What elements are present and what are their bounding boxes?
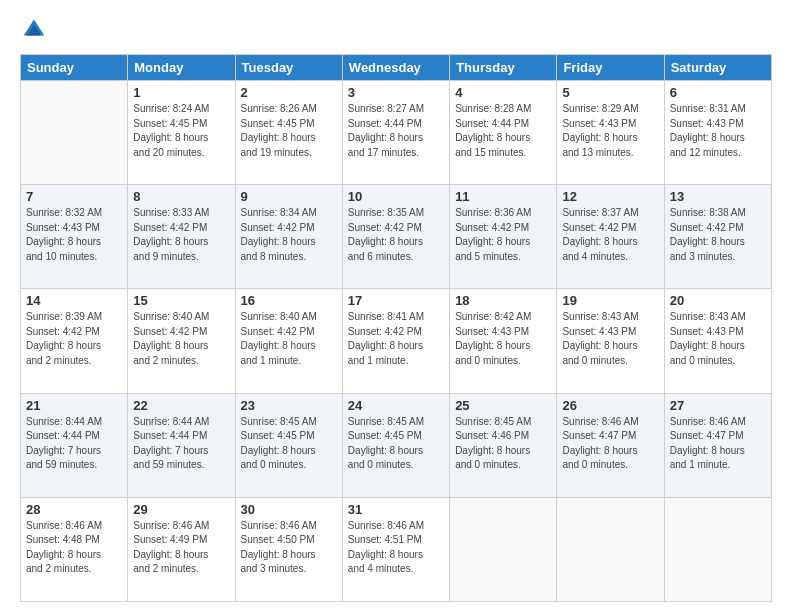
calendar-cell: 20Sunrise: 8:43 AM Sunset: 4:43 PM Dayli…	[664, 289, 771, 393]
day-number: 12	[562, 189, 658, 204]
day-number: 30	[241, 502, 337, 517]
day-number: 1	[133, 85, 229, 100]
calendar-cell: 16Sunrise: 8:40 AM Sunset: 4:42 PM Dayli…	[235, 289, 342, 393]
logo	[20, 18, 46, 46]
calendar-cell: 30Sunrise: 8:46 AM Sunset: 4:50 PM Dayli…	[235, 497, 342, 601]
day-number: 13	[670, 189, 766, 204]
calendar-header-monday: Monday	[128, 55, 235, 81]
calendar-cell	[450, 497, 557, 601]
calendar-cell: 31Sunrise: 8:46 AM Sunset: 4:51 PM Dayli…	[342, 497, 449, 601]
calendar-cell	[21, 81, 128, 185]
day-number: 10	[348, 189, 444, 204]
day-number: 4	[455, 85, 551, 100]
calendar-cell: 18Sunrise: 8:42 AM Sunset: 4:43 PM Dayli…	[450, 289, 557, 393]
calendar-cell: 17Sunrise: 8:41 AM Sunset: 4:42 PM Dayli…	[342, 289, 449, 393]
day-number: 16	[241, 293, 337, 308]
day-number: 17	[348, 293, 444, 308]
day-detail: Sunrise: 8:40 AM Sunset: 4:42 PM Dayligh…	[241, 310, 337, 368]
day-detail: Sunrise: 8:46 AM Sunset: 4:50 PM Dayligh…	[241, 519, 337, 577]
day-detail: Sunrise: 8:45 AM Sunset: 4:45 PM Dayligh…	[348, 415, 444, 473]
day-number: 18	[455, 293, 551, 308]
day-number: 11	[455, 189, 551, 204]
day-number: 21	[26, 398, 122, 413]
day-number: 19	[562, 293, 658, 308]
page: SundayMondayTuesdayWednesdayThursdayFrid…	[0, 0, 792, 612]
day-number: 9	[241, 189, 337, 204]
day-number: 26	[562, 398, 658, 413]
calendar-cell: 6Sunrise: 8:31 AM Sunset: 4:43 PM Daylig…	[664, 81, 771, 185]
day-number: 22	[133, 398, 229, 413]
day-detail: Sunrise: 8:46 AM Sunset: 4:51 PM Dayligh…	[348, 519, 444, 577]
calendar-cell: 25Sunrise: 8:45 AM Sunset: 4:46 PM Dayli…	[450, 393, 557, 497]
calendar-cell: 23Sunrise: 8:45 AM Sunset: 4:45 PM Dayli…	[235, 393, 342, 497]
day-number: 5	[562, 85, 658, 100]
calendar-cell: 19Sunrise: 8:43 AM Sunset: 4:43 PM Dayli…	[557, 289, 664, 393]
calendar-cell	[557, 497, 664, 601]
day-number: 20	[670, 293, 766, 308]
calendar-cell: 14Sunrise: 8:39 AM Sunset: 4:42 PM Dayli…	[21, 289, 128, 393]
logo-icon	[22, 18, 46, 42]
day-detail: Sunrise: 8:26 AM Sunset: 4:45 PM Dayligh…	[241, 102, 337, 160]
day-number: 24	[348, 398, 444, 413]
day-detail: Sunrise: 8:44 AM Sunset: 4:44 PM Dayligh…	[133, 415, 229, 473]
day-detail: Sunrise: 8:38 AM Sunset: 4:42 PM Dayligh…	[670, 206, 766, 264]
day-detail: Sunrise: 8:35 AM Sunset: 4:42 PM Dayligh…	[348, 206, 444, 264]
calendar-cell: 4Sunrise: 8:28 AM Sunset: 4:44 PM Daylig…	[450, 81, 557, 185]
calendar-header-wednesday: Wednesday	[342, 55, 449, 81]
day-detail: Sunrise: 8:32 AM Sunset: 4:43 PM Dayligh…	[26, 206, 122, 264]
day-number: 31	[348, 502, 444, 517]
day-detail: Sunrise: 8:29 AM Sunset: 4:43 PM Dayligh…	[562, 102, 658, 160]
day-detail: Sunrise: 8:45 AM Sunset: 4:45 PM Dayligh…	[241, 415, 337, 473]
calendar-cell: 28Sunrise: 8:46 AM Sunset: 4:48 PM Dayli…	[21, 497, 128, 601]
calendar-header-thursday: Thursday	[450, 55, 557, 81]
day-number: 15	[133, 293, 229, 308]
day-detail: Sunrise: 8:46 AM Sunset: 4:48 PM Dayligh…	[26, 519, 122, 577]
calendar-cell: 1Sunrise: 8:24 AM Sunset: 4:45 PM Daylig…	[128, 81, 235, 185]
calendar-cell: 22Sunrise: 8:44 AM Sunset: 4:44 PM Dayli…	[128, 393, 235, 497]
calendar-cell	[664, 497, 771, 601]
day-detail: Sunrise: 8:45 AM Sunset: 4:46 PM Dayligh…	[455, 415, 551, 473]
day-number: 23	[241, 398, 337, 413]
day-number: 6	[670, 85, 766, 100]
calendar: SundayMondayTuesdayWednesdayThursdayFrid…	[20, 54, 772, 602]
day-detail: Sunrise: 8:46 AM Sunset: 4:47 PM Dayligh…	[670, 415, 766, 473]
day-detail: Sunrise: 8:37 AM Sunset: 4:42 PM Dayligh…	[562, 206, 658, 264]
calendar-cell: 8Sunrise: 8:33 AM Sunset: 4:42 PM Daylig…	[128, 185, 235, 289]
day-number: 3	[348, 85, 444, 100]
day-number: 27	[670, 398, 766, 413]
day-detail: Sunrise: 8:24 AM Sunset: 4:45 PM Dayligh…	[133, 102, 229, 160]
calendar-header-row: SundayMondayTuesdayWednesdayThursdayFrid…	[21, 55, 772, 81]
day-detail: Sunrise: 8:33 AM Sunset: 4:42 PM Dayligh…	[133, 206, 229, 264]
calendar-cell: 2Sunrise: 8:26 AM Sunset: 4:45 PM Daylig…	[235, 81, 342, 185]
calendar-header-saturday: Saturday	[664, 55, 771, 81]
calendar-cell: 21Sunrise: 8:44 AM Sunset: 4:44 PM Dayli…	[21, 393, 128, 497]
day-detail: Sunrise: 8:28 AM Sunset: 4:44 PM Dayligh…	[455, 102, 551, 160]
calendar-cell: 13Sunrise: 8:38 AM Sunset: 4:42 PM Dayli…	[664, 185, 771, 289]
day-detail: Sunrise: 8:39 AM Sunset: 4:42 PM Dayligh…	[26, 310, 122, 368]
day-number: 29	[133, 502, 229, 517]
calendar-cell: 15Sunrise: 8:40 AM Sunset: 4:42 PM Dayli…	[128, 289, 235, 393]
day-detail: Sunrise: 8:46 AM Sunset: 4:49 PM Dayligh…	[133, 519, 229, 577]
day-detail: Sunrise: 8:31 AM Sunset: 4:43 PM Dayligh…	[670, 102, 766, 160]
calendar-cell: 5Sunrise: 8:29 AM Sunset: 4:43 PM Daylig…	[557, 81, 664, 185]
calendar-cell: 29Sunrise: 8:46 AM Sunset: 4:49 PM Dayli…	[128, 497, 235, 601]
calendar-header-tuesday: Tuesday	[235, 55, 342, 81]
calendar-cell: 7Sunrise: 8:32 AM Sunset: 4:43 PM Daylig…	[21, 185, 128, 289]
day-number: 28	[26, 502, 122, 517]
calendar-week-row: 1Sunrise: 8:24 AM Sunset: 4:45 PM Daylig…	[21, 81, 772, 185]
day-detail: Sunrise: 8:43 AM Sunset: 4:43 PM Dayligh…	[562, 310, 658, 368]
calendar-header-sunday: Sunday	[21, 55, 128, 81]
day-detail: Sunrise: 8:46 AM Sunset: 4:47 PM Dayligh…	[562, 415, 658, 473]
day-number: 8	[133, 189, 229, 204]
calendar-cell: 27Sunrise: 8:46 AM Sunset: 4:47 PM Dayli…	[664, 393, 771, 497]
day-detail: Sunrise: 8:34 AM Sunset: 4:42 PM Dayligh…	[241, 206, 337, 264]
calendar-week-row: 7Sunrise: 8:32 AM Sunset: 4:43 PM Daylig…	[21, 185, 772, 289]
calendar-week-row: 14Sunrise: 8:39 AM Sunset: 4:42 PM Dayli…	[21, 289, 772, 393]
calendar-cell: 3Sunrise: 8:27 AM Sunset: 4:44 PM Daylig…	[342, 81, 449, 185]
day-detail: Sunrise: 8:42 AM Sunset: 4:43 PM Dayligh…	[455, 310, 551, 368]
day-number: 14	[26, 293, 122, 308]
day-detail: Sunrise: 8:40 AM Sunset: 4:42 PM Dayligh…	[133, 310, 229, 368]
calendar-cell: 11Sunrise: 8:36 AM Sunset: 4:42 PM Dayli…	[450, 185, 557, 289]
day-number: 7	[26, 189, 122, 204]
day-number: 25	[455, 398, 551, 413]
